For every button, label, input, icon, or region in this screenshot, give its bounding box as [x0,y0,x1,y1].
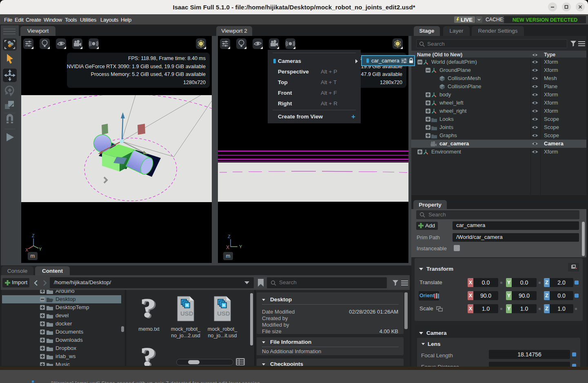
svg-text:Y: Y [239,244,242,249]
svg-text:Y: Y [39,247,42,252]
svg-text:Z: Z [228,234,231,239]
svg-text:X: X [226,245,229,250]
svg-text:USD: USD [217,310,230,317]
svg-text:?: ? [141,294,156,323]
svg-text:?: ? [141,343,156,366]
svg-text:X: X [25,247,29,252]
svg-text:USD: USD [180,310,193,317]
svg-text:Z: Z [32,233,35,238]
